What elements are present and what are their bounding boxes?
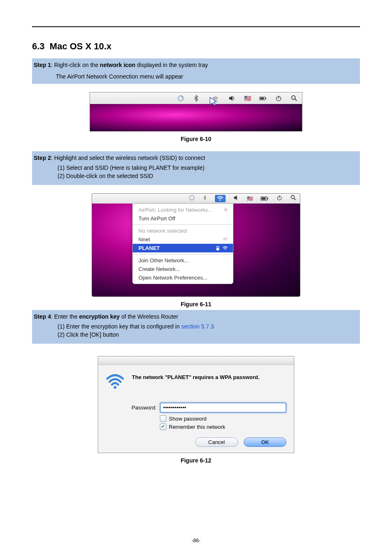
step2-block: Step 2: Highlight and select the wireles… xyxy=(32,151,360,185)
screenshot-2: 🇺🇸 AirPort: Looking for Networks... ✳︎ T… xyxy=(92,193,300,297)
step2-item1: (1) Select and SSID (Here is taking PLAN… xyxy=(58,164,360,171)
section-heading: 6.3 Mac OS X 10.x xyxy=(32,41,360,52)
step4-label: Step 4 xyxy=(34,313,51,320)
dropdown-hinet-text: hinet xyxy=(138,236,150,243)
step2-line: Step 2: Highlight and select the wireles… xyxy=(32,154,360,163)
dropdown-create-network[interactable]: Create Network... xyxy=(133,265,233,273)
figure3-wrap: The network "PLANET" requires a WPA pass… xyxy=(32,356,360,453)
airport-dropdown: AirPort: Looking for Networks... ✳︎ Turn… xyxy=(132,204,233,284)
figure2-label: Figure 6-11 xyxy=(32,301,360,308)
figure3-label: Figure 6-12 xyxy=(32,457,360,464)
step1-sub: The AirPort Network Connection menu will… xyxy=(32,73,360,80)
svg-point-23 xyxy=(225,249,226,250)
figure1-wrap: 🇺🇸 xyxy=(32,92,360,132)
mac-menubar-2: 🇺🇸 xyxy=(92,194,300,204)
svg-rect-16 xyxy=(262,198,266,200)
spinner-icon: ✳︎ xyxy=(224,207,228,213)
step1-label: Step 1 xyxy=(34,62,51,68)
screenshot-1: 🇺🇸 xyxy=(90,92,302,132)
flag-icon: 🇺🇸 xyxy=(244,95,251,102)
svg-point-19 xyxy=(291,195,294,199)
dropdown-no-network: No network selected xyxy=(133,227,233,235)
timemachine-icon xyxy=(189,194,195,203)
spotlight-icon xyxy=(290,194,297,203)
step4-suffix: of the Wireless Router xyxy=(120,313,178,320)
figure2-wrap: 🇺🇸 AirPort: Looking for Networks... ✳︎ T… xyxy=(32,193,360,297)
step1-block: Step 1: Right-click on the network icon … xyxy=(32,58,360,84)
step4-item2: (2) Click the [OK] button xyxy=(58,331,360,338)
battery-icon xyxy=(261,195,269,202)
figure1-label: Figure 6-10 xyxy=(32,136,360,142)
svg-point-24 xyxy=(114,386,117,389)
remember-network-checkbox[interactable] xyxy=(160,423,166,430)
dropdown-hinet[interactable]: hinet xyxy=(133,235,233,244)
dropdown-network-prefs[interactable]: Open Network Preferences... xyxy=(133,273,233,282)
spotlight-icon xyxy=(291,95,298,102)
remember-network-label: Remember this network xyxy=(169,424,225,430)
battery-icon xyxy=(259,95,267,102)
svg-rect-5 xyxy=(265,97,266,99)
mac-menubar: 🇺🇸 xyxy=(90,92,302,104)
step1-prefix: : Right-click on the xyxy=(51,62,100,68)
bluetooth-icon xyxy=(203,194,208,203)
section-link[interactable]: section 5.7.3 xyxy=(181,323,214,330)
step4-line: Step 4: Enter the encryption key of the … xyxy=(32,312,360,321)
step4-item1: (1) Enter the encryption key that is con… xyxy=(58,323,360,330)
dropdown-join-other[interactable]: Join Other Network... xyxy=(133,256,233,265)
step2-text: : Highlight and select the wireless netw… xyxy=(51,155,205,161)
step4-item1-text: (1) Enter the encryption key that is con… xyxy=(58,323,181,330)
svg-rect-15 xyxy=(267,198,268,200)
svg-line-10 xyxy=(295,99,297,101)
dropdown-turn-off[interactable]: Turn AirPort Off xyxy=(133,214,233,223)
power-icon xyxy=(275,95,282,102)
step1-bold: network icon xyxy=(100,62,135,68)
wifi-signal-icon xyxy=(222,246,228,251)
wifi-large-icon xyxy=(106,372,125,392)
dropdown-planet-selected[interactable]: PLANET xyxy=(133,244,233,252)
step4-bold: encryption key xyxy=(79,313,120,320)
desktop-wallpaper xyxy=(90,104,302,131)
dialog-message: The network "PLANET" requires a WPA pass… xyxy=(132,372,260,380)
separator xyxy=(133,224,233,225)
svg-rect-6 xyxy=(260,97,264,99)
dropdown-looking: AirPort: Looking for Networks... ✳︎ xyxy=(133,206,233,214)
password-label: Password: xyxy=(106,405,157,411)
page-number: -86- xyxy=(0,538,392,543)
step2-item2: (2) Double-click on the selected SSID xyxy=(58,173,360,179)
show-password-label: Show password xyxy=(169,416,207,422)
section-number: 6.3 xyxy=(32,41,45,51)
volume-icon xyxy=(233,194,240,203)
ok-button[interactable]: OK xyxy=(244,437,286,447)
section-title: Mac OS X 10.x xyxy=(50,41,111,51)
step1-line: Step 1: Right-click on the network icon … xyxy=(32,61,360,70)
svg-line-20 xyxy=(294,199,296,200)
wifi-icon-with-cursor xyxy=(208,92,220,104)
show-password-checkbox[interactable] xyxy=(160,415,166,422)
lock-icon xyxy=(216,246,220,251)
flag-icon: 🇺🇸 xyxy=(247,196,253,201)
svg-point-12 xyxy=(219,199,221,201)
password-dialog: The network "PLANET" requires a WPA pass… xyxy=(98,356,294,453)
step1-suffix: displayed in the system tray xyxy=(135,62,208,68)
password-input[interactable] xyxy=(160,402,286,413)
wifi-signal-icon xyxy=(222,237,228,242)
wifi-menu-highlighted[interactable] xyxy=(215,195,226,202)
top-rule xyxy=(32,26,360,27)
dropdown-planet-text: PLANET xyxy=(138,245,160,251)
step4-block: Step 4: Enter the encryption key of the … xyxy=(32,310,360,344)
dropdown-looking-text: AirPort: Looking for Networks... xyxy=(138,207,212,213)
timemachine-icon xyxy=(177,95,184,102)
svg-point-9 xyxy=(292,96,295,99)
bluetooth-icon xyxy=(193,95,200,102)
svg-point-11 xyxy=(189,195,194,200)
separator xyxy=(133,254,233,254)
step4-prefix: : Enter the xyxy=(51,313,79,320)
cancel-button[interactable]: Cancel xyxy=(195,437,238,447)
step2-label: Step 2 xyxy=(34,155,51,161)
dialog-titlebar xyxy=(98,356,294,365)
volume-icon xyxy=(228,95,235,102)
svg-marker-13 xyxy=(234,195,237,200)
power-icon xyxy=(276,194,283,203)
svg-point-21 xyxy=(225,240,226,241)
svg-marker-3 xyxy=(229,96,233,101)
